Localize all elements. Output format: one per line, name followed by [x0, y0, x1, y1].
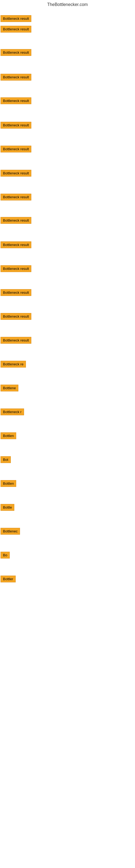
bottleneck-item-23: Bottlenec — [1, 528, 20, 536]
bottleneck-badge-25[interactable]: Bottler — [1, 576, 16, 582]
bottleneck-item-9: Bottleneck result — [1, 194, 31, 202]
bottleneck-badge-11[interactable]: Bottleneck result — [1, 241, 31, 248]
bottleneck-item-12: Bottleneck result — [1, 265, 31, 273]
bottleneck-item-16: Bottleneck re — [1, 361, 26, 369]
bottleneck-item-1: Bottleneck result — [1, 15, 31, 23]
page-container: TheBottlenecker.com Bottleneck resultBot… — [0, 0, 135, 868]
bottleneck-item-8: Bottleneck result — [1, 170, 31, 178]
bottleneck-badge-1[interactable]: Bottleneck result — [1, 15, 31, 22]
bottleneck-item-22: Bottle — [1, 504, 14, 512]
items-container: Bottleneck resultBottleneck resultBottle… — [0, 10, 135, 597]
bottleneck-item-24: Bo — [1, 552, 10, 560]
bottleneck-badge-15[interactable]: Bottleneck result — [1, 337, 31, 344]
bottleneck-badge-12[interactable]: Bottleneck result — [1, 265, 31, 272]
bottleneck-item-14: Bottleneck result — [1, 313, 31, 321]
bottleneck-badge-9[interactable]: Bottleneck result — [1, 194, 31, 200]
bottleneck-item-5: Bottleneck result — [1, 97, 31, 105]
bottleneck-badge-13[interactable]: Bottleneck result — [1, 289, 31, 296]
bottleneck-item-15: Bottleneck result — [1, 337, 31, 345]
bottleneck-item-18: Bottleneck r — [1, 408, 24, 416]
bottleneck-badge-19[interactable]: Bottlen — [1, 432, 16, 439]
bottleneck-badge-18[interactable]: Bottleneck r — [1, 408, 24, 415]
bottleneck-item-10: Bottleneck result — [1, 217, 31, 225]
bottleneck-badge-23[interactable]: Bottlenec — [1, 528, 20, 535]
bottleneck-item-25: Bottler — [1, 576, 16, 584]
bottleneck-item-6: Bottleneck result — [1, 122, 31, 130]
bottleneck-item-7: Bottleneck result — [1, 146, 31, 154]
site-title: TheBottlenecker.com — [0, 0, 135, 10]
bottleneck-badge-4[interactable]: Bottleneck result — [1, 74, 31, 81]
bottleneck-badge-7[interactable]: Bottleneck result — [1, 146, 31, 152]
bottleneck-badge-5[interactable]: Bottleneck result — [1, 97, 31, 104]
bottleneck-item-11: Bottleneck result — [1, 241, 31, 249]
bottleneck-item-19: Bottlen — [1, 432, 16, 440]
bottleneck-badge-6[interactable]: Bottleneck result — [1, 122, 31, 129]
bottleneck-badge-21[interactable]: Bottlen — [1, 480, 16, 487]
bottleneck-badge-2[interactable]: Bottleneck result — [1, 26, 31, 33]
bottleneck-item-4: Bottleneck result — [1, 74, 31, 82]
bottleneck-badge-8[interactable]: Bottleneck result — [1, 170, 31, 177]
bottleneck-badge-3[interactable]: Bottleneck result — [1, 49, 31, 56]
bottleneck-item-17: Bottlene — [1, 384, 18, 393]
bottleneck-item-20: Bot — [1, 456, 11, 464]
bottleneck-badge-10[interactable]: Bottleneck result — [1, 217, 31, 224]
bottleneck-item-13: Bottleneck result — [1, 289, 31, 297]
bottleneck-badge-20[interactable]: Bot — [1, 456, 11, 463]
bottleneck-item-2: Bottleneck result — [1, 26, 31, 34]
bottleneck-badge-14[interactable]: Bottleneck result — [1, 313, 31, 320]
bottleneck-item-21: Bottlen — [1, 480, 16, 488]
bottleneck-badge-24[interactable]: Bo — [1, 552, 10, 558]
bottleneck-item-3: Bottleneck result — [1, 49, 31, 57]
bottleneck-badge-16[interactable]: Bottleneck re — [1, 361, 26, 368]
bottleneck-badge-22[interactable]: Bottle — [1, 504, 14, 511]
bottleneck-badge-17[interactable]: Bottlene — [1, 384, 18, 392]
